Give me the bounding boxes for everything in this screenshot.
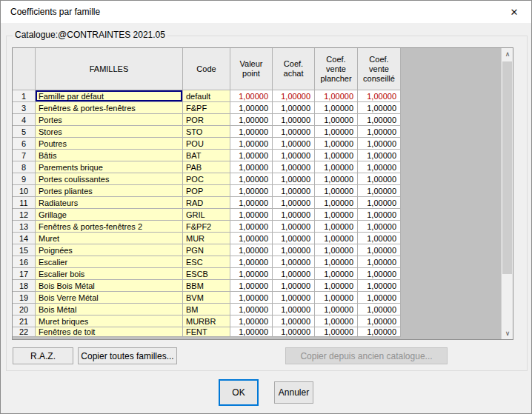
coef-vente-conseille-cell[interactable]: 1,00000 — [358, 209, 401, 221]
coef-vente-conseille-cell[interactable]: 1,00000 — [358, 114, 401, 126]
famille-cell[interactable]: Escalier bois — [36, 268, 183, 280]
coef-vente-conseille-cell[interactable]: 1,00000 — [358, 280, 401, 292]
valeur-point-cell[interactable]: 1,00000 — [230, 126, 273, 138]
famille-cell[interactable]: Muret — [36, 233, 183, 244]
code-cell[interactable]: RAD — [183, 197, 230, 209]
vertical-scrollbar[interactable]: ∧ ∨ — [501, 48, 513, 339]
valeur-point-cell[interactable]: 1,00000 — [230, 161, 273, 173]
coef-vente-plancher-cell[interactable]: 1,00000 — [315, 292, 358, 304]
row-number-cell[interactable]: 15 — [13, 244, 36, 256]
coef-achat-cell[interactable]: 1,00000 — [273, 315, 315, 327]
famille-cell[interactable]: Famille par défaut — [36, 90, 183, 102]
coef-vente-conseille-cell[interactable]: 1,00000 — [358, 126, 401, 138]
code-cell[interactable]: MUR — [183, 233, 230, 244]
coef-achat-cell[interactable]: 1,00000 — [273, 197, 315, 209]
code-cell[interactable]: ESCB — [183, 268, 230, 280]
coef-vente-plancher-cell[interactable]: 1,00000 — [315, 90, 358, 102]
coef-vente-plancher-cell[interactable]: 1,00000 — [315, 138, 358, 150]
coef-vente-plancher-cell[interactable]: 1,00000 — [315, 197, 358, 209]
row-number-cell[interactable]: 21 — [13, 315, 36, 327]
valeur-point-cell[interactable]: 1,00000 — [230, 315, 273, 327]
row-number-cell[interactable]: 9 — [13, 173, 36, 185]
code-cell[interactable]: POP — [183, 185, 230, 197]
scroll-up-icon[interactable]: ∧ — [502, 48, 513, 60]
row-number-cell[interactable]: 11 — [13, 197, 36, 209]
row-number-cell[interactable]: 7 — [13, 150, 36, 161]
coef-vente-conseille-cell[interactable]: 1,00000 — [358, 244, 401, 256]
coef-vente-plancher-cell[interactable]: 1,00000 — [315, 233, 358, 244]
coef-vente-conseille-cell[interactable]: 1,00000 — [358, 161, 401, 173]
coef-vente-conseille-cell[interactable]: 1,00000 — [358, 315, 401, 327]
code-cell[interactable]: BAT — [183, 150, 230, 161]
coef-vente-plancher-cell[interactable]: 1,00000 — [315, 268, 358, 280]
coef-vente-plancher-cell[interactable]: 1,00000 — [315, 102, 358, 114]
code-cell[interactable]: POU — [183, 138, 230, 150]
coef-vente-plancher-cell[interactable]: 1,00000 — [315, 173, 358, 185]
coef-achat-cell[interactable]: 1,00000 — [273, 280, 315, 292]
valeur-point-cell[interactable]: 1,00000 — [230, 185, 273, 197]
code-cell[interactable]: BBM — [183, 280, 230, 292]
coef-achat-cell[interactable]: 1,00000 — [273, 150, 315, 161]
row-number-cell[interactable]: 16 — [13, 256, 36, 268]
coef-vente-plancher-cell[interactable]: 1,00000 — [315, 126, 358, 138]
famille-cell[interactable]: Stores — [36, 126, 183, 138]
coef-achat-cell[interactable]: 1,00000 — [273, 126, 315, 138]
cancel-button[interactable]: Annuler — [274, 381, 313, 404]
code-cell[interactable]: POC — [183, 173, 230, 185]
coef-achat-cell[interactable]: 1,00000 — [273, 114, 315, 126]
coef-achat-cell[interactable]: 1,00000 — [273, 256, 315, 268]
code-cell[interactable]: BM — [183, 304, 230, 315]
coef-vente-plancher-cell[interactable]: 1,00000 — [315, 327, 358, 337]
famille-cell[interactable]: Portes pliantes — [36, 185, 183, 197]
coef-vente-conseille-cell[interactable]: 1,00000 — [358, 304, 401, 315]
code-cell[interactable]: default — [183, 90, 230, 102]
row-number-cell[interactable]: 8 — [13, 161, 36, 173]
coef-vente-conseille-cell[interactable]: 1,00000 — [358, 327, 401, 337]
row-number-cell[interactable]: 17 — [13, 268, 36, 280]
valeur-point-cell[interactable]: 1,00000 — [230, 327, 273, 337]
row-number-cell[interactable]: 19 — [13, 292, 36, 304]
scrollbar-thumb[interactable] — [502, 61, 512, 274]
valeur-point-cell[interactable]: 1,00000 — [230, 292, 273, 304]
coef-vente-conseille-cell[interactable]: 1,00000 — [358, 256, 401, 268]
famille-cell[interactable]: Poutres — [36, 138, 183, 150]
coef-vente-conseille-cell[interactable]: 1,00000 — [358, 233, 401, 244]
coef-vente-plancher-cell[interactable]: 1,00000 — [315, 256, 358, 268]
coef-vente-plancher-cell[interactable]: 1,00000 — [315, 209, 358, 221]
famille-cell[interactable]: Fenêtres & portes-fenêtres 2 — [36, 221, 183, 233]
valeur-point-cell[interactable]: 1,00000 — [230, 256, 273, 268]
row-number-cell[interactable]: 1 — [13, 90, 36, 102]
row-number-cell[interactable]: 13 — [13, 221, 36, 233]
coef-vente-conseille-cell[interactable]: 1,00000 — [358, 138, 401, 150]
valeur-point-cell[interactable]: 1,00000 — [230, 138, 273, 150]
coef-vente-plancher-cell[interactable]: 1,00000 — [315, 114, 358, 126]
famille-cell[interactable]: Fenêtres & portes-fenêtres — [36, 102, 183, 114]
coef-vente-conseille-cell[interactable]: 1,00000 — [358, 221, 401, 233]
coef-vente-plancher-cell[interactable]: 1,00000 — [315, 304, 358, 315]
famille-cell[interactable]: Bois Verre Métal — [36, 292, 183, 304]
famille-cell[interactable]: Portes coulissantes — [36, 173, 183, 185]
coef-achat-cell[interactable]: 1,00000 — [273, 221, 315, 233]
code-cell[interactable]: PAB — [183, 161, 230, 173]
valeur-point-cell[interactable]: 1,00000 — [230, 114, 273, 126]
code-cell[interactable]: PGN — [183, 244, 230, 256]
code-cell[interactable]: FENT — [183, 327, 230, 337]
coef-achat-cell[interactable]: 1,00000 — [273, 185, 315, 197]
valeur-point-cell[interactable]: 1,00000 — [230, 221, 273, 233]
valeur-point-cell[interactable]: 1,00000 — [230, 244, 273, 256]
famille-cell[interactable]: Fenêtres de toit — [36, 327, 183, 337]
coef-achat-cell[interactable]: 1,00000 — [273, 244, 315, 256]
coef-achat-cell[interactable]: 1,00000 — [273, 327, 315, 337]
code-cell[interactable]: GRIL — [183, 209, 230, 221]
coef-vente-plancher-cell[interactable]: 1,00000 — [315, 150, 358, 161]
valeur-point-cell[interactable]: 1,00000 — [230, 197, 273, 209]
famille-cell[interactable]: Grillage — [36, 209, 183, 221]
famille-cell[interactable]: Portes — [36, 114, 183, 126]
row-number-cell[interactable]: 12 — [13, 209, 36, 221]
coef-achat-cell[interactable]: 1,00000 — [273, 90, 315, 102]
code-cell[interactable]: POR — [183, 114, 230, 126]
famille-cell[interactable]: Bois Métal — [36, 304, 183, 315]
copy-all-families-button[interactable]: Copier toutes familles... — [78, 347, 177, 364]
coef-achat-cell[interactable]: 1,00000 — [273, 209, 315, 221]
ok-button[interactable]: OK — [219, 379, 259, 406]
